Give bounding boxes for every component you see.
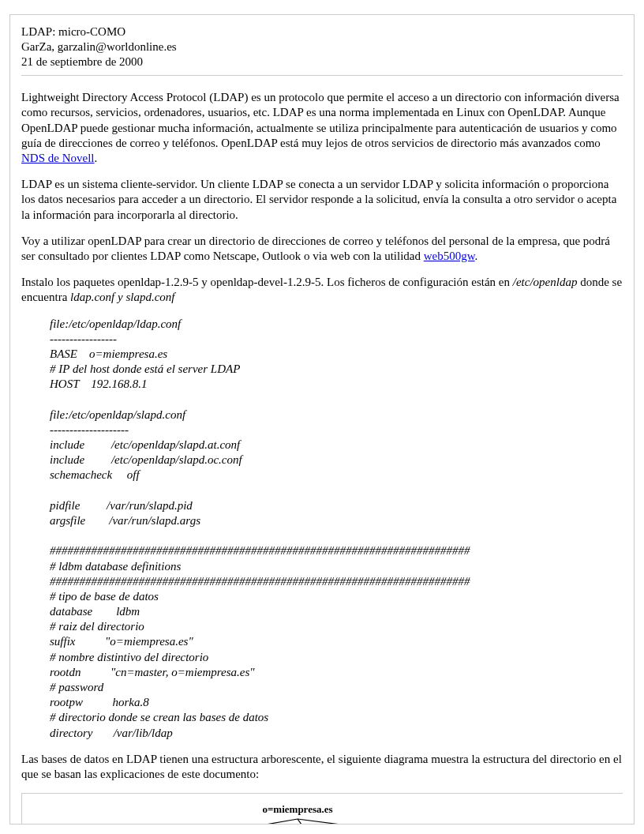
usage-text: Voy a utilizar openLDAP para crear un di… xyxy=(21,235,610,262)
intro-paragraph: Lightweight Directory Access Protocol (L… xyxy=(21,90,623,166)
tree-diagram: o=miempresa.es ou=cordoba ou=alm.cordoba… xyxy=(21,793,623,825)
install-files: ldap.conf y slapd.conf xyxy=(70,291,174,303)
intro-tail: . xyxy=(95,152,98,164)
usage-paragraph: Voy a utilizar openLDAP para crear un di… xyxy=(21,234,623,264)
install-text-a: Instalo los paquetes openldap-1.2.9-5 y … xyxy=(21,276,513,288)
web500gw-link[interactable]: web500gw xyxy=(424,250,475,262)
doc-date: 21 de septiembre de 2000 xyxy=(21,54,623,70)
client-server-paragraph: LDAP es un sistema cliente-servidor. Un … xyxy=(21,177,623,223)
diagram-root: o=miempresa.es xyxy=(262,803,332,815)
tree-paragraph: Las bases de datos en LDAP tienen una es… xyxy=(21,752,623,782)
svg-line-2 xyxy=(298,819,507,825)
usage-tail: . xyxy=(475,250,478,262)
config-block: file:/etc/openldap/ldap.conf -----------… xyxy=(50,317,623,741)
doc-author: GarZa, garzalin@worldonline.es xyxy=(21,39,623,54)
nds-novell-link[interactable]: NDS de Novell xyxy=(21,152,95,164)
doc-title: LDAP: micro-COMO xyxy=(21,24,623,39)
intro-text: Lightweight Directory Access Protocol (L… xyxy=(21,91,620,149)
divider xyxy=(21,75,623,76)
document-frame: LDAP: micro-COMO GarZa, garzalin@worldon… xyxy=(9,14,635,825)
install-paragraph: Instalo los paquetes openldap-1.2.9-5 y … xyxy=(21,275,623,305)
install-path: /etc/openldap xyxy=(513,276,578,288)
svg-line-0 xyxy=(144,819,298,825)
